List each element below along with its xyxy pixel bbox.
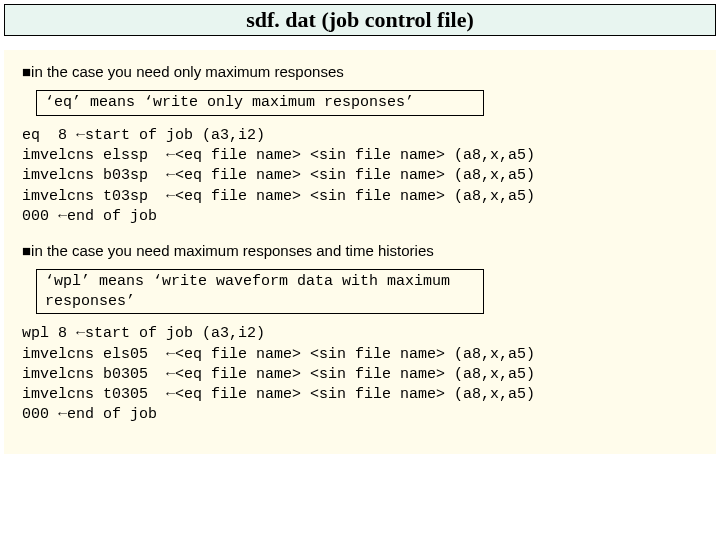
section1-note-box: ‘eq’ means ‘write only maximum responses… <box>36 90 484 116</box>
bullet-square-icon: ■ <box>22 242 31 259</box>
section2-heading-text: in the case you need maximum responses a… <box>31 242 434 259</box>
section1-note-text: ‘eq’ means ‘write only maximum responses… <box>45 94 414 111</box>
bullet-square-icon: ■ <box>22 63 31 80</box>
title-banner: sdf. dat (job control file) <box>4 4 716 36</box>
content-area: ■in the case you need only maximum respo… <box>4 50 716 454</box>
section1-heading-text: in the case you need only maximum respon… <box>31 63 344 80</box>
section2-note-text: ‘wpl’ means ‘write waveform data with ma… <box>45 273 450 310</box>
section2-heading: ■in the case you need maximum responses … <box>22 241 698 261</box>
page-title: sdf. dat (job control file) <box>246 7 474 32</box>
section2-note-box: ‘wpl’ means ‘write waveform data with ma… <box>36 269 484 314</box>
section1-heading: ■in the case you need only maximum respo… <box>22 62 698 82</box>
section1-code: eq 8 ←start of job (a3,i2) imvelcns elss… <box>22 126 698 227</box>
section2-code: wpl 8 ←start of job (a3,i2) imvelcns els… <box>22 324 698 425</box>
